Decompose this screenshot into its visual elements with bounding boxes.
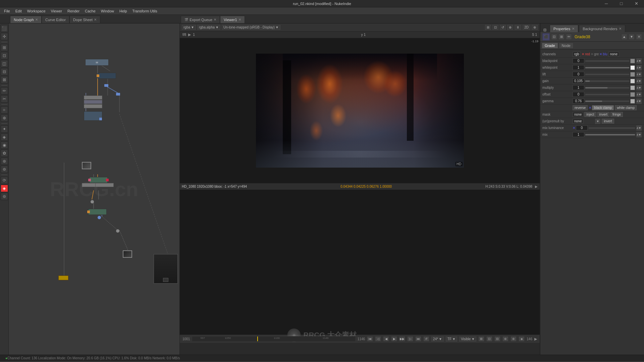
menu-window[interactable]: Window xyxy=(98,7,117,14)
gain-value[interactable]: 0.105 xyxy=(573,78,584,83)
btn-invert2[interactable]: invert xyxy=(602,119,614,124)
viewer-zoom-ctrl[interactable]: ⊕ xyxy=(532,25,538,30)
whitepoint-swatch[interactable] xyxy=(630,65,635,70)
mix-slider[interactable] xyxy=(585,134,635,135)
gamma-value[interactable]: 0.76 xyxy=(573,99,584,104)
blackpoint-swatch[interactable] xyxy=(630,59,635,63)
transport-btn-extra5[interactable]: ⊛ xyxy=(511,336,517,342)
transport-btn-extra4[interactable]: ⊚ xyxy=(502,336,508,342)
prop-icon-pen[interactable]: ✏ xyxy=(566,34,572,40)
offset-swatch[interactable] xyxy=(630,92,635,97)
tool-select[interactable]: ⬛ xyxy=(1,25,8,32)
menu-edit[interactable]: Edit xyxy=(13,7,24,14)
mix-luminance-slider[interactable] xyxy=(589,127,635,129)
btn-invert[interactable]: invert xyxy=(597,112,609,117)
viewer-image-container[interactable]: -1.19 xyxy=(180,38,540,183)
viewer-display-select[interactable]: Un-tone-mapped (sRGB - Display) ▼ xyxy=(222,25,280,30)
tab-properties[interactable]: Properties ✕ xyxy=(550,25,578,32)
transport-play-back[interactable]: ◀ xyxy=(383,336,389,342)
lift-slider[interactable] xyxy=(585,74,629,75)
tool-c[interactable]: ✦ xyxy=(1,125,8,133)
unpremult-arrow[interactable]: ▼ xyxy=(595,118,601,124)
menu-viewer[interactable]: Viewer xyxy=(48,7,65,14)
viewer-icon-4[interactable]: ⊕ xyxy=(507,25,513,30)
btn-white-clamp[interactable]: white clamp xyxy=(615,105,637,110)
whitepoint-slider[interactable] xyxy=(585,67,629,68)
mask-dropdown[interactable]: none xyxy=(573,112,583,117)
prop-icon-color[interactable]: ⬛ xyxy=(542,33,550,41)
menu-help[interactable]: Help xyxy=(117,7,130,14)
offset-slider[interactable] xyxy=(585,94,629,95)
prop-icon-extra1[interactable]: ▲ xyxy=(621,34,627,40)
transport-btn-extra1[interactable]: ⊞ xyxy=(478,336,484,342)
tool-move[interactable]: ✢ xyxy=(1,33,8,40)
offset-4way[interactable]: 4▼ xyxy=(636,92,642,98)
viewer-icon-3[interactable]: ↺ xyxy=(500,25,506,30)
prop-icon-copy[interactable]: ⊞ xyxy=(558,34,565,40)
offset-value[interactable]: 0 xyxy=(573,92,584,97)
viewer-expand-icon[interactable]: ▶ xyxy=(535,185,538,188)
tool-e[interactable]: ◉ xyxy=(1,141,8,149)
node-big-container[interactable] xyxy=(154,254,178,284)
menu-file[interactable]: File xyxy=(1,7,13,14)
tool-f[interactable]: ✿ xyxy=(1,149,8,157)
viewer-icon-5[interactable]: ⏸ xyxy=(515,25,521,30)
node-rect-blue[interactable] xyxy=(84,111,102,121)
gain-swatch[interactable] xyxy=(630,79,635,83)
transport-btn-extra2[interactable]: ⊡ xyxy=(486,336,492,342)
gamma-swatch[interactable] xyxy=(630,99,635,104)
tool-d[interactable]: ◈ xyxy=(1,133,8,141)
timeline-track[interactable]: 997 1050 1100 1146 xyxy=(192,336,356,342)
gamma-slider[interactable] xyxy=(585,101,629,102)
node-ctrl-2[interactable] xyxy=(84,100,102,104)
tool-pen[interactable]: ✏ xyxy=(1,87,8,95)
channels-dropdown-rgb[interactable]: rgb xyxy=(573,52,581,57)
multiply-swatch[interactable] xyxy=(630,85,635,90)
tool-k[interactable]: ⊜ xyxy=(1,193,8,200)
minimize-button[interactable]: ─ xyxy=(599,0,614,7)
lift-swatch[interactable] xyxy=(630,72,635,77)
transport-btn-extra3[interactable]: ⊟ xyxy=(494,336,500,342)
viewer-mode-2d[interactable]: 2D xyxy=(523,25,530,30)
btn-inject[interactable]: inject xyxy=(584,112,596,117)
node-ctrl-1[interactable] xyxy=(84,96,102,100)
btn-fringe[interactable]: fringe xyxy=(610,112,623,117)
close-button[interactable]: ✕ xyxy=(629,0,644,7)
tool-g[interactable]: ⊛ xyxy=(1,158,8,165)
multiply-4way[interactable]: 4▼ xyxy=(636,85,642,91)
mix-luminance-value[interactable]: 0 xyxy=(576,125,588,130)
node-top-merge[interactable]: M xyxy=(85,59,109,66)
node-dot-1[interactable] xyxy=(91,200,94,203)
tab-dope-sheet[interactable]: Dope Sheet ✕ xyxy=(69,16,100,23)
node-dot-blue[interactable] xyxy=(98,216,101,219)
node-mini-viewer-1[interactable] xyxy=(82,162,91,169)
visible-select[interactable]: Visible▼ xyxy=(459,337,476,342)
tf-select[interactable]: TF▼ xyxy=(446,337,457,342)
tool-4[interactable]: ⊟ xyxy=(1,68,8,75)
transport-loop[interactable]: ↺ xyxy=(423,336,429,342)
tab-node-graph[interactable]: Node Graph ✕ xyxy=(10,16,42,23)
node-merge-lower[interactable] xyxy=(88,209,107,215)
channels-dropdown-none[interactable]: none xyxy=(608,52,619,57)
tab-background-renders[interactable]: Background Renders ✕ xyxy=(579,25,625,32)
transport-to-end[interactable]: ⏭ xyxy=(415,336,421,342)
mix-4way[interactable]: 4▼ xyxy=(636,132,642,138)
menu-render[interactable]: Render xyxy=(65,7,82,14)
maximize-button[interactable]: □ xyxy=(614,0,629,7)
tab-viewer1[interactable]: Viewer1 ✕ xyxy=(220,16,245,23)
mix-luminance-4way[interactable]: 4▼ xyxy=(636,125,642,131)
lift-value[interactable]: 0 xyxy=(573,72,584,77)
menu-workspace[interactable]: Workspace xyxy=(24,7,48,14)
viewer-icon-1[interactable]: ⊞ xyxy=(485,25,491,30)
node-dot-2[interactable] xyxy=(116,229,119,233)
gain-4way[interactable]: 4▼ xyxy=(636,78,642,84)
timeline-arrow[interactable]: ▶ xyxy=(534,337,537,341)
tool-b[interactable]: ⊕ xyxy=(1,114,8,122)
tool-j[interactable]: ◈ xyxy=(1,185,8,192)
fps-select[interactable]: 24*▼ xyxy=(431,337,444,342)
tool-i[interactable]: ⟳ xyxy=(1,177,8,184)
menu-transform-utils[interactable]: Transform Utils xyxy=(130,7,160,14)
transport-to-start[interactable]: ⏮ xyxy=(367,336,373,342)
tool-crop[interactable]: ✂ xyxy=(1,95,8,103)
tab-export-queue[interactable]: 🎬 Export Queue ✕ xyxy=(181,16,220,23)
